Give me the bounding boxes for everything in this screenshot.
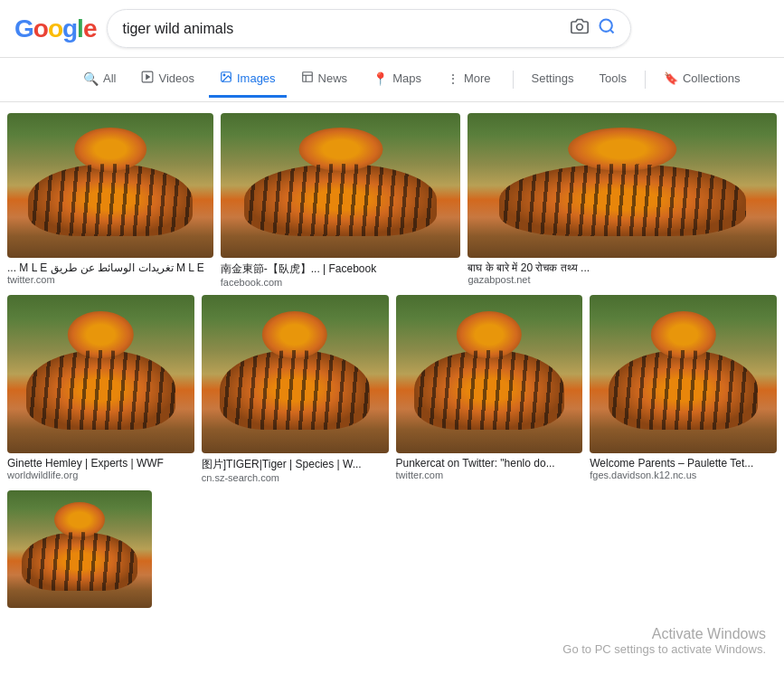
image-source-1: twitter.com [7, 274, 213, 285]
image-title-2: 南金東節-【臥虎】... | Facebook [221, 261, 461, 277]
nav-images-label: Images [237, 71, 276, 85]
image-result-5[interactable]: 图片]TIGER|Tiger | Species | W... cn.sz-se… [202, 295, 389, 483]
image-source-7: fges.davidson.k12.nc.us [590, 470, 777, 480]
image-result-2[interactable]: 南金東節-【臥虎】... | Facebook facebook.com [221, 113, 461, 288]
videos-icon [141, 71, 154, 86]
header: Google [0, 0, 784, 58]
svg-point-1 [600, 20, 612, 32]
nav-bar: 🔍 All Videos Images News 📍 Maps ⋮ More S… [0, 58, 784, 102]
collections-bookmark-icon: 🔖 [664, 71, 678, 85]
image-source-2: facebook.com [221, 277, 461, 288]
nav-settings[interactable]: Settings [521, 62, 585, 97]
image-result-3[interactable]: बाघ के बारे में 20 रोचक तथ्य ... gazabpo… [468, 113, 777, 288]
svg-rect-7 [302, 72, 312, 82]
activate-windows-watermark: Activate Windows Go to PC settings to ac… [562, 626, 766, 656]
nav-news-label: News [318, 71, 348, 85]
nav-tools[interactable]: Tools [589, 62, 638, 97]
image-title-3: बाघ के बारे में 20 रोचक तथ्य ... [468, 261, 777, 274]
svg-point-6 [223, 74, 225, 76]
image-title-4: Ginette Hemley | Experts | WWF [7, 457, 194, 470]
more-icon: ⋮ [447, 71, 459, 86]
search-input[interactable] [122, 21, 563, 37]
image-title-1: ... M L E تغريدات الوسائط عن طريق M L E [7, 261, 213, 274]
svg-marker-4 [146, 75, 150, 80]
image-row-3 [7, 490, 777, 612]
image-source-4: worldwildlife.org [7, 470, 194, 480]
nav-videos[interactable]: Videos [130, 62, 205, 98]
nav-tools-label: Tools [600, 71, 627, 85]
maps-icon: 📍 [373, 71, 388, 86]
activate-windows-subtitle: Go to PC settings to activate Windows. [562, 642, 766, 656]
search-bar[interactable] [107, 9, 631, 48]
image-result-4[interactable]: Ginette Hemley | Experts | WWF worldwild… [7, 295, 194, 483]
image-row-2: Ginette Hemley | Experts | WWF worldwild… [7, 295, 777, 483]
image-result-8[interactable] [7, 490, 152, 612]
nav-images[interactable]: Images [209, 62, 287, 98]
image-result-6[interactable]: Punkercat on Twitter: "henlo do... twitt… [396, 295, 583, 483]
nav-divider2 [645, 71, 646, 89]
nav-all[interactable]: 🔍 All [72, 62, 127, 98]
camera-search-icon[interactable] [571, 17, 589, 40]
nav-all-label: All [103, 71, 116, 85]
image-source-5: cn.sz-search.com [202, 472, 389, 483]
image-row-1: ... M L E تغريدات الوسائط عن طريق M L E … [7, 113, 777, 288]
nav-news[interactable]: News [290, 62, 359, 98]
nav-collections[interactable]: 🔖 Collections [653, 62, 751, 97]
nav-settings-label: Settings [532, 71, 574, 85]
search-submit-icon[interactable] [598, 17, 616, 40]
news-icon [301, 71, 314, 86]
nav-divider [513, 71, 514, 89]
all-icon: 🔍 [83, 71, 99, 86]
image-result-7[interactable]: Welcome Parents – Paulette Tet... fges.d… [590, 295, 777, 483]
nav-maps-label: Maps [392, 71, 421, 85]
svg-point-0 [577, 24, 583, 31]
nav-more-label: More [464, 71, 491, 85]
image-title-6: Punkercat on Twitter: "henlo do... [396, 457, 583, 470]
image-result-1[interactable]: ... M L E تغريدات الوسائط عن طريق M L E … [7, 113, 213, 288]
image-grid: ... M L E تغريدات الوسائط عن طريق M L E … [0, 102, 784, 630]
nav-collections-label: Collections [683, 71, 741, 85]
nav-maps[interactable]: 📍 Maps [362, 62, 432, 98]
svg-line-2 [610, 30, 614, 33]
nav-more[interactable]: ⋮ More [436, 62, 502, 98]
images-icon [220, 71, 232, 86]
image-source-6: twitter.com [396, 470, 583, 480]
image-title-7: Welcome Parents – Paulette Tet... [590, 457, 777, 470]
image-source-3: gazabpost.net [468, 274, 777, 285]
image-title-5: 图片]TIGER|Tiger | Species | W... [202, 457, 389, 472]
nav-videos-label: Videos [158, 71, 194, 85]
google-logo[interactable]: Google [14, 14, 96, 43]
